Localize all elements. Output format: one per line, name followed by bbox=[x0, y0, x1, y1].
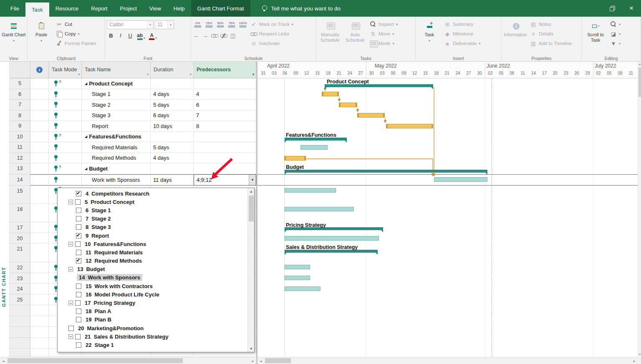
collapse-triangle-icon[interactable]: ◢ bbox=[85, 82, 87, 85]
row-number-6[interactable]: 6 bbox=[10, 89, 30, 100]
link-tasks-icon[interactable] bbox=[211, 32, 218, 39]
menu-tab-project[interactable]: Project bbox=[114, 0, 143, 17]
tree-collapse-icon[interactable] bbox=[68, 301, 73, 305]
pane-splitter[interactable] bbox=[256, 62, 257, 364]
row-number-empty[interactable] bbox=[10, 338, 30, 349]
header-task-mode[interactable]: Task Mode▾ bbox=[49, 62, 82, 78]
font-size-select[interactable]: 11▾ bbox=[155, 20, 174, 29]
header-task-name[interactable]: Task Name▾ bbox=[82, 62, 151, 78]
gantt-bar-summary[interactable] bbox=[325, 84, 433, 87]
scroll-right-icon[interactable]: ▸ bbox=[250, 357, 256, 364]
cell-predecessors-edit[interactable]: 4;9;12▾ bbox=[194, 174, 256, 186]
cell-task-name[interactable]: ◢Budget bbox=[82, 163, 151, 174]
font-color-button[interactable]: A▾ bbox=[148, 31, 158, 40]
button-milestone[interactable]: ◆Milestone bbox=[442, 29, 482, 38]
button-task[interactable]: Task▾ bbox=[417, 18, 442, 52]
gantt-bar-manual[interactable] bbox=[339, 103, 357, 107]
row-number-16[interactable]: 16 bbox=[10, 204, 30, 222]
button-details[interactable]: ≡Details bbox=[528, 29, 573, 38]
button-move[interactable]: ⇅Move▾ bbox=[368, 29, 399, 38]
split-task-icon[interactable]: ◫ bbox=[230, 33, 236, 39]
gantt-bar-manual[interactable] bbox=[322, 92, 339, 96]
cell-task-mode[interactable] bbox=[49, 153, 82, 164]
cell-task-name[interactable]: Required Methods bbox=[82, 153, 151, 164]
checkbox-unchecked[interactable] bbox=[68, 326, 74, 331]
row-number-15[interactable]: 15 bbox=[10, 186, 30, 204]
cell-task-mode[interactable]: ? bbox=[49, 163, 82, 174]
filter-caret-icon[interactable]: ▾ bbox=[78, 73, 80, 76]
row-number-14[interactable]: 14 bbox=[10, 174, 30, 186]
checkbox-unchecked[interactable] bbox=[76, 292, 81, 297]
percent-complete-75[interactable]: 75% bbox=[227, 20, 237, 29]
cell-task-name[interactable]: Stage 3 bbox=[82, 110, 151, 121]
cell-duration[interactable]: 11 days bbox=[151, 174, 194, 186]
predecessor-option-13[interactable]: 13Budget bbox=[58, 265, 254, 274]
button-eraser[interactable]: ◪▾ bbox=[608, 29, 622, 38]
cell-task-name[interactable]: Required Materials bbox=[82, 142, 151, 153]
gantt-bar-manual[interactable] bbox=[386, 124, 433, 128]
italic-button[interactable]: I bbox=[116, 31, 125, 40]
cell-task-mode[interactable] bbox=[49, 121, 82, 132]
gantt-bar-task[interactable] bbox=[285, 188, 336, 193]
menu-tab-task[interactable]: Task bbox=[25, 3, 49, 17]
cell-predecessors[interactable]: 8 bbox=[194, 121, 256, 132]
checkbox-checked[interactable] bbox=[76, 258, 81, 264]
predecessor-option-15[interactable]: 15Work with Contractors bbox=[58, 282, 254, 290]
button-mode[interactable]: Mode▾ bbox=[368, 39, 399, 48]
predecessor-option-4[interactable]: 4Competitors Research bbox=[58, 189, 254, 198]
row-number-7[interactable]: 7 bbox=[10, 100, 30, 110]
row-number-17[interactable]: 17 bbox=[10, 222, 30, 233]
unlink-tasks-icon[interactable] bbox=[220, 32, 227, 39]
cell-task-mode[interactable]: ? bbox=[49, 78, 82, 89]
tree-collapse-icon[interactable] bbox=[68, 242, 73, 246]
gantt-bar-summary[interactable] bbox=[285, 250, 378, 253]
cell-task-name[interactable]: ◢Product Concept bbox=[82, 78, 151, 89]
cell-duration[interactable]: 6 days bbox=[151, 110, 194, 121]
bold-button[interactable]: B bbox=[107, 31, 115, 40]
checkbox-unchecked[interactable] bbox=[75, 199, 81, 205]
row-number-5[interactable]: 5 bbox=[10, 78, 30, 89]
cell-task-mode[interactable] bbox=[49, 100, 82, 110]
menu-tab-help[interactable]: Help bbox=[167, 0, 191, 17]
predecessor-option-11[interactable]: 11Required Materials bbox=[58, 248, 254, 256]
checkbox-unchecked[interactable] bbox=[76, 284, 81, 289]
predecessor-option-5[interactable]: 5Product Concept bbox=[58, 198, 254, 206]
cell-task-name[interactable]: Report bbox=[82, 121, 151, 132]
outdent-task-icon[interactable]: ← bbox=[193, 33, 199, 39]
row-number-9[interactable]: 9 bbox=[10, 121, 30, 132]
button-notes[interactable]: ▤Notes bbox=[528, 20, 573, 29]
close-button[interactable]: × bbox=[622, 0, 641, 17]
button-manually-schedule[interactable]: Manually Schedule bbox=[318, 18, 342, 52]
collapse-triangle-icon[interactable]: ◢ bbox=[85, 167, 87, 171]
cell-task-mode[interactable] bbox=[49, 174, 82, 186]
header-info[interactable] bbox=[30, 62, 49, 78]
predecessor-option-7[interactable]: 7Stage 2 bbox=[58, 215, 254, 223]
menu-tab-file[interactable]: File bbox=[4, 0, 25, 17]
cell-duration[interactable]: 10 days bbox=[151, 121, 194, 132]
dropdown-scrollbar[interactable]: ▲ ▼ bbox=[247, 188, 254, 352]
predecessor-option-17[interactable]: 17Pricing Strategy bbox=[58, 299, 254, 307]
cell-duration[interactable]: 4 days bbox=[151, 89, 194, 100]
scroll-left-icon[interactable]: ◂ bbox=[257, 357, 264, 364]
button-mag[interactable]: ▾ bbox=[608, 20, 622, 29]
checkbox-checked[interactable] bbox=[76, 191, 81, 196]
button-respect-links[interactable]: Respect Links bbox=[249, 29, 295, 38]
header-duration[interactable]: Duration▾ bbox=[151, 62, 194, 78]
gantt-bar-task[interactable] bbox=[285, 265, 310, 269]
cell-predecessors[interactable] bbox=[194, 142, 256, 153]
tree-collapse-icon[interactable] bbox=[68, 200, 73, 204]
predecessor-option-19[interactable]: 19Plan B bbox=[58, 316, 254, 324]
predecessor-option-8[interactable]: 8Stage 3 bbox=[58, 223, 254, 231]
predecessor-option-16[interactable]: 16Model Product Life Cycle bbox=[58, 290, 254, 299]
button-paste[interactable]: Paste▾ bbox=[29, 18, 53, 52]
vertical-scrollbar[interactable]: ▲ ▼ bbox=[638, 62, 641, 357]
button-cut[interactable]: ✂Cut bbox=[54, 20, 98, 29]
scrollbar-thumb[interactable] bbox=[8, 358, 183, 363]
cell-task-name[interactable]: ◢Features&Functions bbox=[82, 132, 151, 143]
predecessor-option-20[interactable]: 20Marketing&Promotion bbox=[58, 324, 254, 332]
table-horizontal-scrollbar[interactable]: ◂ ▸ bbox=[0, 357, 256, 364]
cell-duration[interactable] bbox=[151, 78, 194, 89]
cell-task-mode[interactable] bbox=[49, 142, 82, 153]
tree-collapse-icon[interactable] bbox=[68, 334, 73, 339]
predecessor-dropdown-button[interactable]: ▾ bbox=[249, 175, 256, 186]
